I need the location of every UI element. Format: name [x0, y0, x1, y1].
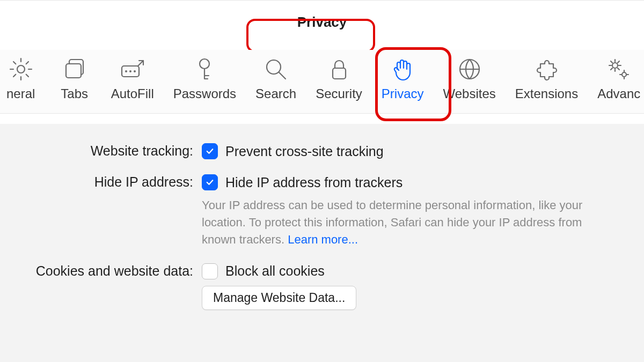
safari-privacy-preferences: Privacy neral Tabs AutoFill — [0, 0, 644, 362]
annotation-title-highlight — [246, 19, 375, 53]
tab-security[interactable]: Security — [316, 53, 362, 101]
hide-ip-row: Hide IP address: Hide IP address from tr… — [0, 159, 644, 248]
preferences-toolbar-area: neral Tabs AutoFill Passwords — [0, 50, 644, 114]
tab-label: AutoFill — [111, 86, 154, 101]
checkbox-indicator — [202, 143, 218, 159]
tab-advanced[interactable]: Advanc — [597, 53, 640, 101]
checkbox-label: Prevent cross-site tracking — [225, 144, 384, 159]
checkbox-indicator — [202, 263, 218, 279]
hide-ip-label: Hide IP address: — [0, 174, 202, 190]
globe-icon — [453, 53, 486, 85]
checkbox-indicator — [202, 174, 218, 190]
search-icon — [260, 53, 292, 85]
autofill-icon — [116, 53, 149, 85]
tab-label: Passwords — [173, 86, 236, 101]
key-icon — [188, 53, 221, 85]
svg-point-0 — [17, 65, 25, 73]
svg-point-7 — [267, 60, 281, 74]
tab-general[interactable]: neral — [4, 53, 38, 101]
tabs-icon — [58, 53, 91, 85]
website-tracking-row: Website tracking: Prevent cross-site tra… — [0, 124, 644, 159]
website-tracking-label: Website tracking: — [0, 143, 202, 159]
preferences-toolbar: neral Tabs AutoFill Passwords — [0, 50, 644, 116]
svg-point-6 — [200, 59, 209, 69]
learn-more-link[interactable]: Learn more... — [288, 233, 358, 246]
tab-label: Extensions — [515, 86, 578, 101]
svg-point-5 — [134, 70, 136, 72]
checkbox-label: Hide IP address from trackers — [225, 175, 402, 190]
hide-ip-description: Your IP address can be used to determine… — [202, 197, 599, 248]
cookies-label: Cookies and website data: — [0, 263, 202, 279]
svg-rect-1 — [66, 64, 81, 78]
hide-ip-checkbox[interactable]: Hide IP address from trackers — [202, 174, 623, 190]
tab-label: neral — [6, 86, 35, 101]
cookies-row: Cookies and website data: Block all cook… — [0, 248, 644, 310]
privacy-settings-content: Website tracking: Prevent cross-site tra… — [0, 124, 644, 362]
gears-icon — [603, 53, 635, 85]
tab-label: Security — [316, 86, 362, 101]
tab-label: Search — [255, 86, 296, 101]
svg-point-11 — [622, 72, 626, 77]
manage-website-data-button[interactable]: Manage Website Data... — [202, 286, 356, 310]
annotation-privacy-tab-highlight — [375, 47, 451, 121]
tab-tabs[interactable]: Tabs — [57, 53, 92, 101]
svg-rect-8 — [333, 68, 346, 79]
gear-icon — [5, 53, 37, 85]
block-all-cookies-checkbox[interactable]: Block all cookies — [202, 263, 623, 279]
tab-search[interactable]: Search — [255, 53, 296, 101]
puzzle-icon — [531, 53, 563, 85]
checkbox-label: Block all cookies — [225, 263, 325, 279]
svg-point-3 — [125, 70, 127, 72]
tab-label: Advanc — [597, 86, 640, 101]
svg-point-10 — [612, 63, 618, 68]
tab-autofill[interactable]: AutoFill — [111, 53, 154, 101]
prevent-cross-site-tracking-checkbox[interactable]: Prevent cross-site tracking — [202, 143, 623, 159]
lock-icon — [323, 53, 355, 85]
tab-passwords[interactable]: Passwords — [173, 53, 236, 101]
tab-label: Tabs — [61, 86, 88, 101]
svg-point-4 — [129, 70, 131, 72]
tab-extensions[interactable]: Extensions — [515, 53, 578, 101]
